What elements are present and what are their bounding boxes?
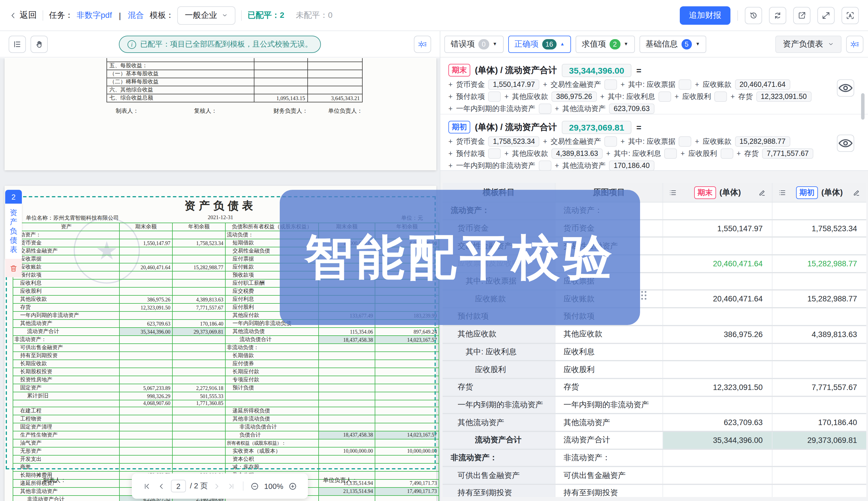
list-icon[interactable] bbox=[669, 188, 677, 196]
sheet-view-select[interactable]: 资产负债表 bbox=[775, 35, 841, 53]
mapping-row[interactable]: 其他应收款其他应收款386,975.264,389,813.63 bbox=[443, 326, 866, 344]
period-begin-value[interactable]: 170,186.40 bbox=[818, 418, 857, 427]
next-page-button[interactable] bbox=[212, 481, 222, 491]
zoom-out-button[interactable] bbox=[250, 481, 260, 491]
period-end-value[interactable]: 20,460,471.64 bbox=[713, 259, 763, 268]
term-label: 存货 bbox=[738, 92, 753, 102]
term-value[interactable] bbox=[720, 148, 733, 159]
mapping-row[interactable]: 应收股利应收股利 bbox=[443, 361, 866, 379]
sheet-tab-title[interactable]: 资产负债表 bbox=[5, 204, 22, 259]
last-page-button[interactable] bbox=[226, 481, 237, 491]
list-icon[interactable] bbox=[778, 188, 786, 196]
back-button[interactable]: 返回 bbox=[9, 10, 37, 21]
first-page-button[interactable] bbox=[142, 481, 153, 491]
tab-2[interactable]: 求值项2▼ bbox=[576, 35, 635, 53]
term-value[interactable] bbox=[679, 79, 692, 90]
edit-icon[interactable] bbox=[758, 188, 766, 196]
export-button[interactable] bbox=[793, 7, 811, 24]
term-value[interactable] bbox=[539, 160, 552, 171]
mapping-row[interactable]: 其中: 应收利息应收利息 bbox=[443, 344, 866, 361]
history-button[interactable] bbox=[745, 7, 762, 24]
period-begin-value[interactable]: 4,389,813.63 bbox=[812, 330, 857, 339]
scrollbar-thumb[interactable] bbox=[861, 93, 865, 120]
plus-sign: + bbox=[620, 138, 625, 146]
plus-sign: + bbox=[555, 105, 559, 113]
mapping-row[interactable]: 可供出售金融资产可供出售金融资产 bbox=[443, 467, 866, 485]
term-label: 一年内到期的非流动资产 bbox=[456, 104, 535, 114]
mapping-row[interactable]: 流动资产合计流动资产合计35,344,396.0029,373,069.81 bbox=[443, 432, 866, 449]
term-value[interactable] bbox=[488, 148, 501, 159]
overlay-drag-handle[interactable] bbox=[641, 291, 646, 305]
term-value[interactable]: 1,550,147.97 bbox=[488, 79, 540, 90]
plus-sign: + bbox=[448, 105, 453, 113]
sheet-tab[interactable]: 2 资产负债表 bbox=[5, 190, 22, 277]
term-value[interactable] bbox=[665, 148, 677, 159]
prev-page-button[interactable] bbox=[157, 481, 167, 491]
watermark-overlay: 智能配平校验 bbox=[280, 190, 640, 325]
locate-end-button[interactable] bbox=[837, 79, 854, 97]
plus-sign: + bbox=[736, 150, 741, 158]
gear-list-icon bbox=[850, 40, 859, 49]
period-begin-value[interactable]: 29,373,069.81 bbox=[807, 436, 857, 445]
tab-1[interactable]: 正确项16▲ bbox=[508, 35, 571, 53]
mapping-row[interactable]: 其他流动资产其他流动资产623,709.63170,186.40 bbox=[443, 414, 866, 432]
term-value[interactable]: 7,771,557.67 bbox=[762, 148, 813, 159]
sheet-delete-button[interactable] bbox=[5, 259, 22, 277]
period-begin-value[interactable]: 15,282,988.77 bbox=[807, 295, 857, 303]
add-report-button[interactable]: 追加财报 bbox=[680, 6, 730, 24]
doc-settings-button[interactable] bbox=[414, 35, 431, 53]
plus-sign: + bbox=[448, 81, 453, 88]
period-begin-value[interactable]: 1,758,523.34 bbox=[812, 224, 857, 233]
term-value[interactable]: 623,709.63 bbox=[609, 104, 654, 114]
outline-tool-button[interactable] bbox=[9, 35, 26, 53]
formula-header: 期末(单体) / 流动资产合计35,344,396.00= bbox=[448, 62, 843, 78]
term-value[interactable]: 1,758,523.34 bbox=[488, 136, 540, 147]
locate-begin-button[interactable] bbox=[837, 135, 854, 152]
term-value[interactable] bbox=[604, 136, 617, 147]
hand-icon bbox=[34, 40, 44, 49]
term-value[interactable] bbox=[658, 92, 671, 102]
mapping-row[interactable]: 持有至到期投资持有至到期投资 bbox=[443, 485, 866, 497]
term-label: 其中: 应收票据 bbox=[628, 80, 676, 89]
term-value[interactable]: 15,282,988.77 bbox=[735, 136, 790, 147]
term-value[interactable]: 20,460,471.64 bbox=[735, 79, 790, 90]
original-item: 其他流动资产 bbox=[555, 414, 663, 431]
tab-3[interactable]: 基础信息5▼ bbox=[639, 35, 706, 53]
term-value[interactable] bbox=[604, 79, 617, 90]
term-value[interactable]: 12,323,091.50 bbox=[756, 92, 811, 102]
refresh-button[interactable] bbox=[769, 7, 786, 24]
term-value[interactable] bbox=[539, 104, 552, 114]
term-value[interactable]: 386,975.26 bbox=[552, 92, 597, 102]
zoom-in-button[interactable] bbox=[287, 481, 297, 491]
period-begin-value[interactable]: 15,282,988.77 bbox=[807, 259, 857, 268]
period-end-value[interactable]: 12,323,091.50 bbox=[713, 383, 763, 392]
mapping-row[interactable]: 一年内到期的非流动资产一年内到期的非流动资产 bbox=[443, 397, 866, 414]
edit-icon[interactable] bbox=[853, 188, 860, 196]
task-type-link[interactable]: 非数字pdf bbox=[76, 10, 112, 20]
fullscreen-button[interactable] bbox=[817, 7, 835, 24]
period-begin-value[interactable]: 7,771,557.67 bbox=[812, 383, 857, 392]
period-end-value[interactable]: 623,709.63 bbox=[724, 418, 763, 427]
tab-0[interactable]: 错误项0▼ bbox=[445, 35, 503, 53]
pan-tool-button[interactable] bbox=[31, 35, 48, 53]
page-number-input[interactable]: 2 bbox=[171, 480, 186, 492]
period-end-value[interactable]: 35,344,396.00 bbox=[713, 436, 763, 445]
term-value[interactable]: 170,186.40 bbox=[609, 160, 654, 171]
top-bar: 返回 任务： 非数字pdf | 混合 模板： 一般企业 已配平：2 未配平：0 … bbox=[0, 0, 868, 31]
ocr-button[interactable] bbox=[841, 7, 859, 24]
template-select[interactable]: 一般企业 bbox=[177, 6, 236, 24]
task-mode-link[interactable]: 混合 bbox=[128, 10, 144, 20]
formula-total[interactable]: 35,344,396.00 bbox=[562, 64, 632, 77]
mapping-row[interactable]: 存货存货12,323,091.507,771,557.67 bbox=[443, 379, 866, 397]
period-end-value[interactable]: 386,975.26 bbox=[724, 330, 763, 339]
term-value[interactable]: 4,389,813.63 bbox=[552, 148, 603, 159]
term-value[interactable] bbox=[679, 136, 692, 147]
term-value[interactable] bbox=[714, 92, 727, 102]
period-end-value[interactable]: 20,460,471.64 bbox=[713, 295, 763, 303]
formula-total[interactable]: 29,373,069.81 bbox=[562, 120, 632, 134]
formula-settings-button[interactable] bbox=[846, 35, 864, 53]
term-value[interactable] bbox=[488, 92, 501, 102]
period-end-value[interactable]: 1,550,147.97 bbox=[717, 224, 763, 233]
mapping-row[interactable]: 非流动资产：非流动资产： bbox=[443, 449, 866, 467]
original-item: 一年内到期的非流动资产 bbox=[555, 397, 663, 413]
